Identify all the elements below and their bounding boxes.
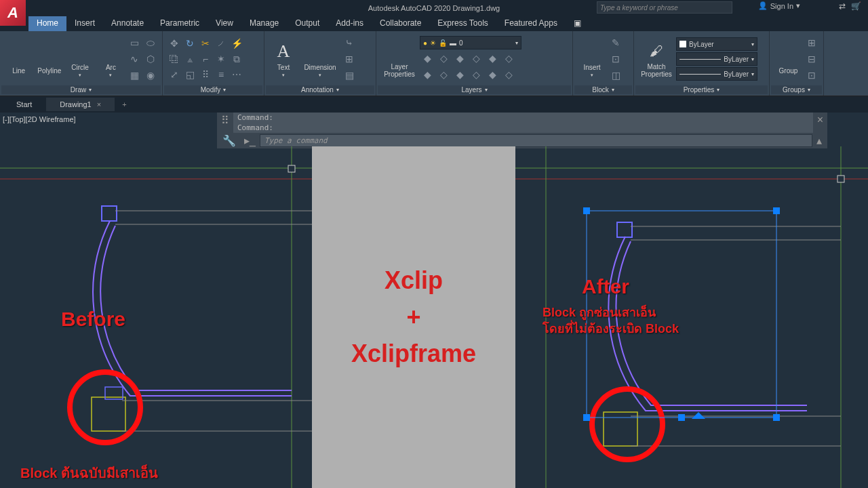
lock-icon: 🔓 [439,39,447,47]
layer-props-tool[interactable]: Layer Properties [380,35,418,83]
def-icon[interactable]: ◫ [608,68,623,83]
command-input[interactable]: Type a command [260,134,812,147]
flash-icon[interactable]: ⚡ [229,36,244,51]
menu-insert[interactable]: Insert [66,16,103,31]
hatch-icon[interactable]: ▦ [127,68,142,83]
erase-icon[interactable]: ⟋ [214,36,229,51]
more-icon[interactable]: ⋯ [229,67,244,82]
svg-rect-39 [583,414,590,421]
donut-icon[interactable]: ◉ [143,68,158,83]
grpsel-icon[interactable]: ⊡ [804,68,819,83]
fillet-icon[interactable]: ⌐ [198,52,213,66]
attr-icon[interactable]: ⊡ [608,52,623,66]
align-icon[interactable]: ≡ [214,67,229,82]
panel-title-draw[interactable]: Draw [1,85,161,94]
mirror-icon[interactable]: ⟁ [182,52,197,66]
leader-icon[interactable]: ⤷ [342,35,357,50]
explode-icon[interactable]: ✶ [214,52,229,66]
viewport-label[interactable]: [-][Top][2D Wireframe] [3,115,76,123]
menu-addins[interactable]: Add-ins [328,16,372,31]
menu-express[interactable]: Express Tools [429,16,496,31]
edit-block-icon[interactable]: ✎ [608,35,623,50]
banner-line2: + [406,303,420,331]
lay-icon[interactable]: ◆ [452,51,467,66]
menu-annotate[interactable]: Annotate [103,16,152,31]
menu-view[interactable]: View [208,16,241,31]
menu-overflow-icon[interactable]: ▣ [566,16,589,31]
polygon-icon[interactable]: ⬡ [143,52,158,66]
svg-rect-44 [837,176,844,182]
menu-manage[interactable]: Manage [241,16,287,31]
panel-title-annotation[interactable]: Annotation [266,85,374,94]
lay-icon[interactable]: ◇ [501,67,516,82]
wrench-icon[interactable]: 🔧 [218,134,240,147]
lay-icon[interactable]: ◇ [436,51,451,66]
app-icon[interactable]: A [0,0,26,26]
linetype-dropdown[interactable]: ByLayer▾ [676,67,757,81]
move-icon[interactable]: ✥ [167,36,182,51]
svg-rect-21 [102,206,117,221]
menu-output[interactable]: Output [287,16,328,31]
lay-icon[interactable]: ◆ [485,51,500,66]
menu-home[interactable]: Home [28,16,66,31]
stretch-icon[interactable]: ⤢ [167,67,182,82]
tab-start[interactable]: Start [3,98,45,111]
copy-icon[interactable]: ⿻ [167,52,182,66]
ungroup-icon[interactable]: ⊞ [804,35,819,50]
menu-collaborate[interactable]: Collaborate [372,16,429,31]
lay-icon[interactable]: ◇ [469,67,484,82]
scale-icon[interactable]: ◱ [182,67,197,82]
lay-icon[interactable]: ◆ [485,67,500,82]
window-title: Autodesk AutoCAD 2020 Drawing1.dwg [368,4,500,12]
layer-dropdown[interactable]: ● ☀ 🔓 ▬ 0 ▾ [420,36,521,49]
panel-title-layers[interactable]: Layers [378,85,571,94]
ribbon: Line Polyline Circle▾ Arc▾ ▭ ∿ ▦ ⬭ ⬡ ◉ D… [0,31,868,96]
grpedit-icon[interactable]: ⊟ [804,52,819,66]
svg-rect-29 [617,222,632,237]
ellipse-icon[interactable]: ⬭ [143,35,158,50]
lay-icon[interactable]: ◇ [501,51,516,66]
menu-featured[interactable]: Featured Apps [496,16,566,31]
lay-icon[interactable]: ◆ [420,67,435,82]
tab-drawing1[interactable]: Drawing1× [46,98,115,111]
text-tool[interactable]: AText▾ [269,35,298,83]
cmd-close-icon[interactable]: × [813,113,827,133]
lineweight-dropdown[interactable]: ByLayer▾ [676,52,757,66]
panel-title-properties[interactable]: Properties [635,85,768,94]
field-icon[interactable]: ▤ [342,68,357,83]
lay-icon[interactable]: ◇ [469,51,484,66]
panel-title-groups[interactable]: Groups [771,85,822,94]
color-dropdown[interactable]: ByLayer ▾ [676,37,757,51]
help-search[interactable]: Type a keyword or phrase [597,1,732,14]
table-icon[interactable]: ⊞ [342,52,357,66]
line-tool[interactable]: Line [4,35,33,83]
exchange-icon[interactable]: ⇄ [839,1,846,11]
rect-icon[interactable]: ▭ [127,35,142,50]
arc-tool[interactable]: Arc▾ [96,35,125,83]
close-icon[interactable]: × [97,100,101,108]
cmd-expand-icon[interactable]: ▴ [812,134,826,147]
rotate-icon[interactable]: ↻ [182,36,197,51]
lay-icon[interactable]: ◇ [436,67,451,82]
trim-icon[interactable]: ✂ [198,36,213,51]
cart-icon[interactable]: 🛒 [851,1,861,11]
panel-title-modify[interactable]: Modify [164,85,262,94]
polyline-tool[interactable]: Polyline [35,35,64,83]
signin-button[interactable]: 👤 Sign In ▾ [758,1,800,10]
group-tool[interactable]: Group [774,35,803,83]
array-icon[interactable]: ⠿ [198,67,213,82]
workspace[interactable]: [-][Top][2D Wireframe] ⠿ Command: Comman… [0,113,868,488]
panel-title-block[interactable]: Block [574,85,632,94]
cmd-drag-icon[interactable]: ⠿ [217,113,233,133]
lay-icon[interactable]: ◆ [452,67,467,82]
cmd-history-line: Command: [233,123,813,133]
match-props-tool[interactable]: 🖌Match Properties [638,35,675,83]
insert-tool[interactable]: Insert▾ [577,35,607,83]
circle-tool[interactable]: Circle▾ [66,35,95,83]
spline-icon[interactable]: ∿ [127,52,142,66]
offset-icon[interactable]: ⧉ [229,52,244,66]
menu-parametric[interactable]: Parametric [152,16,208,31]
dimension-tool[interactable]: Dimension▾ [300,35,340,83]
lay-icon[interactable]: ◆ [420,51,435,66]
tab-add-button[interactable]: + [115,98,133,111]
